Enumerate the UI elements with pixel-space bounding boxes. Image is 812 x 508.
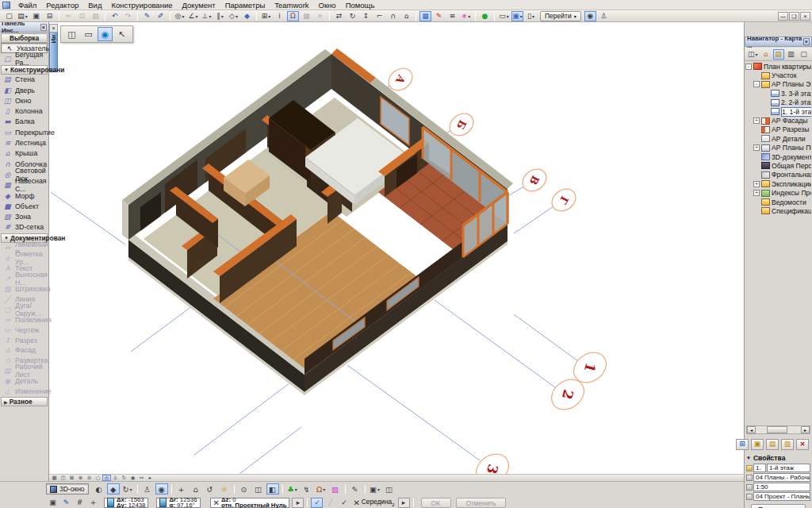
tool-worksheet[interactable]: ▤Рабочий Лист — [0, 366, 48, 376]
apply-params-icon[interactable]: ✓ — [311, 498, 323, 508]
projection-icon[interactable]: ↻ — [121, 483, 134, 495]
tree-item-schedules[interactable]: +Экспликации — [745, 179, 811, 188]
tool-window[interactable]: ◫Окно — [0, 95, 48, 106]
parameters-button[interactable]: Параметры... — [751, 504, 806, 508]
scroll-right-icon[interactable]: ▸ — [801, 426, 810, 433]
new-viewpoint-icon[interactable]: ⊞ — [736, 439, 749, 450]
menu-teamwork[interactable]: Teamwork — [270, 0, 313, 10]
ok-button[interactable]: OK — [421, 498, 451, 508]
tool-stair[interactable]: ≡Лестница — [0, 137, 48, 148]
toolbox-close-icon[interactable]: × — [40, 24, 47, 31]
inject-parameters-icon[interactable]: ✐ — [155, 11, 167, 21]
grid-snap-icon[interactable]: ▦ — [301, 11, 312, 21]
floor-plan-view-icon[interactable]: ▭ — [498, 11, 510, 21]
guide-lines-icon[interactable]: ∠ — [187, 11, 199, 21]
coord-xy-box[interactable]: Δx: -1563 Δy: 12438 — [104, 498, 148, 508]
layout-grid-icon[interactable]: ▦ — [50, 475, 59, 481]
restore-button[interactable]: ❏ — [789, 12, 799, 21]
scroll-thumb[interactable] — [767, 426, 787, 433]
look-to-icon[interactable]: ◉ — [128, 475, 137, 481]
current-view-icon[interactable]: ▣ — [511, 11, 523, 21]
tool-beam[interactable]: ▬Балка — [0, 117, 48, 127]
orbit-tool-icon[interactable]: ◉ — [98, 27, 113, 41]
toolbox-group-design[interactable]: ▼Конструировани — [1, 65, 48, 75]
origin-icon[interactable]: + — [87, 498, 99, 508]
cut-icon[interactable]: ✂ — [63, 11, 75, 21]
roof-tool-icon[interactable]: ⌂ — [400, 11, 412, 21]
menu-document[interactable]: Документ — [177, 0, 220, 10]
tool-label[interactable]: ↗Выносная Н... — [0, 274, 48, 284]
layer-combination-field[interactable]: 04 Планы - Рабочие — [753, 473, 810, 482]
fit-all-icon[interactable]: ↔ — [137, 475, 146, 481]
info-box-close-icon[interactable]: × — [49, 24, 58, 33]
zoom-out-icon[interactable]: ⊖ — [85, 475, 94, 481]
rotate-view-icon[interactable]: ↻ — [120, 475, 128, 481]
select-wand-icon[interactable]: ◎ — [174, 11, 186, 21]
view-map-icon[interactable]: ▤ — [773, 49, 784, 60]
navigator-close-icon[interactable]: × — [803, 38, 810, 45]
tree-item-lists[interactable]: Ведомости — [745, 198, 811, 206]
toolbox-group-more[interactable]: ▶Разное — [1, 397, 48, 406]
style-3d-icon[interactable]: ▨ — [329, 483, 342, 495]
cancel-button[interactable]: Отменить — [456, 498, 507, 508]
movie-icon[interactable]: ◫ — [383, 483, 396, 495]
publisher-icon[interactable]: ▢ — [799, 49, 810, 60]
tool-door[interactable]: ◧Дверь — [0, 85, 48, 95]
fillet-icon[interactable]: ⌐ — [373, 11, 385, 21]
orbit-small-icon[interactable]: ◎ — [102, 475, 111, 481]
walk-small-icon[interactable]: ♙ — [111, 475, 120, 481]
marquee-view-icon[interactable]: ▦ — [419, 11, 431, 21]
cutting-planes-icon[interactable]: ◧ — [266, 483, 279, 495]
record-icon[interactable]: ● — [479, 11, 491, 21]
tool-level-dimension[interactable]: ±Отметка Ур... — [0, 253, 48, 264]
tree-item-axonometry[interactable]: Фронтальная Аксо — [745, 171, 811, 179]
new-icon[interactable]: ▢ — [3, 11, 15, 21]
print-icon[interactable]: ⊟ — [44, 11, 56, 21]
delete-item-icon[interactable]: × — [796, 439, 809, 450]
toolbox-group-selection[interactable]: Выборка — [1, 33, 48, 43]
tracker-icon[interactable]: ▣ — [47, 498, 59, 508]
tool-arc[interactable]: ○Дуга/Окруж... — [0, 304, 48, 314]
tree-item-floor-3[interactable]: 3. 3-й этаж — [745, 89, 811, 98]
coord-ra-box[interactable]: Δr: 12536 α: 97,16° — [156, 498, 200, 508]
copy-icon[interactable]: ⊡ — [76, 11, 88, 21]
tool-roof[interactable]: ⌂Крыша — [0, 148, 48, 159]
zoom-box-icon[interactable]: ⊠ — [67, 475, 76, 481]
3d-viewport[interactable]: А Б В Г 1 2 3 × Ин ◫▭◉↖ ▦◫⊠⊕⊖○◎♙↻◉↔▸ — [49, 22, 744, 481]
rotate-icon[interactable]: ↻ — [347, 11, 358, 21]
render-brush-icon[interactable]: ✎ — [349, 483, 362, 495]
tree-item-perspective[interactable]: Общая Перспектив — [745, 161, 811, 170]
zoom-in-icon[interactable]: ⊕ — [76, 475, 85, 481]
favorites-icon[interactable]: ∗ — [460, 11, 472, 21]
scroll-left-icon[interactable]: ◂ — [747, 426, 756, 433]
tool-fill[interactable]: ▧Штриховка — [0, 284, 48, 294]
photo-icon[interactable]: ▣ — [369, 483, 381, 495]
close-button[interactable]: × — [800, 12, 810, 21]
home-view-icon[interactable]: ⌂ — [190, 483, 202, 495]
line-constraint-icon[interactable]: ╱ — [324, 498, 336, 508]
perspective-icon[interactable]: ◐ — [93, 483, 105, 495]
reset-view-icon[interactable]: ↺ — [204, 483, 216, 495]
snap-point-label[interactable]: ✕ Середина2 — [353, 498, 394, 507]
shadows-icon[interactable]: ⊙ — [238, 483, 251, 495]
marquee-tool-icon[interactable]: ▭ — [81, 27, 96, 41]
minimize-button[interactable]: — — [778, 12, 788, 21]
tool-zone[interactable]: ▨Зона — [0, 211, 48, 221]
tree-item-floor-plans[interactable]: -АР Планы Этажей — [745, 80, 811, 89]
mirror-icon[interactable]: ⇄ — [333, 11, 345, 21]
project-map-icon[interactable]: ⌂ — [760, 49, 772, 60]
tool-drawing[interactable]: ▭Чертеж — [0, 325, 48, 335]
split-icon[interactable]: ∥ — [214, 11, 226, 21]
menu-window[interactable]: Окно — [314, 0, 341, 10]
pen-set-field[interactable]: 04 Проект - Планы — [753, 492, 810, 501]
snap-options-icon[interactable]: ▸ — [398, 498, 410, 508]
snap-grid-icon[interactable]: # — [74, 498, 86, 508]
menu-file[interactable]: Файл — [13, 0, 41, 10]
menu-help[interactable]: Помощь — [341, 0, 380, 10]
3d-window-button[interactable]: 3D-окно — [46, 483, 89, 495]
menu-view[interactable]: Вид — [83, 0, 106, 10]
group-icon[interactable]: ⊞ — [260, 11, 272, 21]
save-icon[interactable]: ▣ — [30, 11, 42, 21]
layout-book-icon[interactable]: ▥ — [786, 49, 797, 60]
adjust-icon[interactable]: ◇ — [228, 11, 239, 21]
